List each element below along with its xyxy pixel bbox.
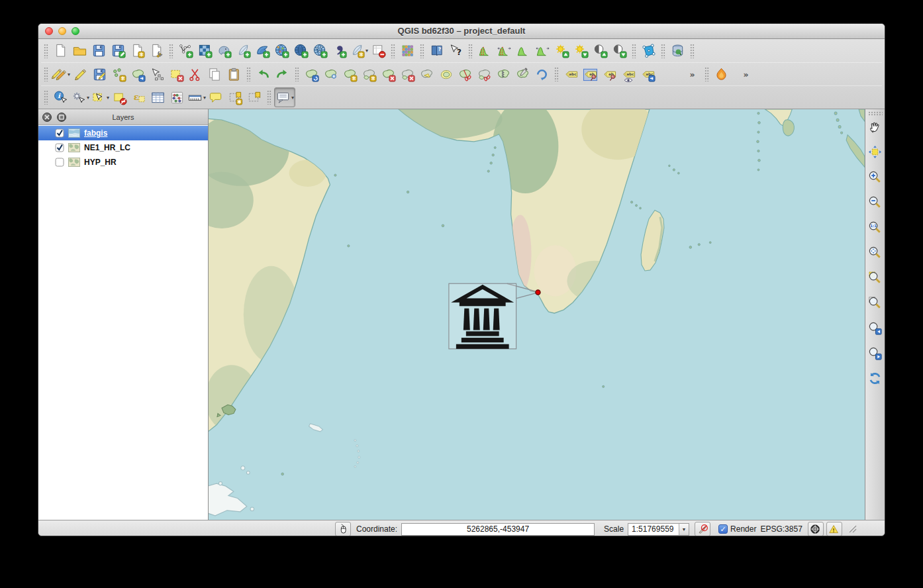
resize-grip[interactable] — [848, 524, 857, 535]
add-ring-button[interactable] — [340, 64, 360, 84]
map-tips-button[interactable] — [207, 87, 226, 107]
open-attribute-table-button[interactable] — [148, 87, 168, 107]
map-canvas[interactable] — [209, 109, 865, 520]
layer-item-hyp_hr[interactable]: HYP_HR — [38, 155, 208, 170]
reshape-features-button[interactable] — [417, 64, 436, 84]
scale-combobox[interactable]: 1:51769559 ▼ — [628, 523, 689, 536]
zoom-full-button[interactable] — [866, 244, 885, 263]
pin-unpin-labels-button[interactable]: ab — [581, 64, 600, 84]
split-parts-button[interactable] — [475, 64, 494, 84]
remove-layer-button[interactable] — [369, 41, 388, 61]
field-calculator-button[interactable] — [168, 87, 187, 107]
close-panel-icon[interactable] — [42, 113, 52, 122]
coordinate-input[interactable] — [401, 523, 595, 536]
toolbar-handle[interactable] — [420, 44, 424, 58]
add-delimited-text-layer-button[interactable] — [330, 41, 349, 61]
add-spatialite-layer-button[interactable] — [234, 41, 253, 61]
toolbar-overflow-2-button[interactable]: » — [736, 64, 755, 84]
manage-plugins-button[interactable] — [398, 41, 417, 61]
decrease-brightness-button[interactable] — [571, 41, 591, 61]
rotate-feature-button[interactable] — [302, 64, 321, 84]
increase-brightness-button[interactable] — [552, 41, 571, 61]
composer-manager-button[interactable] — [147, 41, 166, 61]
zoom-in-button[interactable] — [866, 169, 885, 187]
undo-button[interactable] — [254, 64, 273, 84]
delete-part-button[interactable] — [398, 64, 417, 84]
toolbar-overflow-button[interactable]: » — [683, 64, 702, 84]
mouse-coordinate-icon[interactable] — [335, 522, 351, 536]
local-cumulative-stretch-button[interactable] — [514, 41, 533, 61]
move-feature-button[interactable] — [128, 64, 148, 84]
new-print-composer-button[interactable] — [128, 41, 147, 61]
toolbar-handle[interactable] — [44, 44, 48, 58]
toolbar-handle[interactable] — [632, 44, 636, 58]
add-wcs-layer-button[interactable] — [291, 41, 311, 61]
add-wfs-layer-button[interactable] — [311, 41, 330, 61]
toggle-editing-button[interactable] — [71, 64, 90, 84]
toolbar-handle[interactable] — [554, 67, 559, 81]
toolbar-handle[interactable] — [267, 90, 271, 105]
delete-ring-button[interactable] — [379, 64, 398, 84]
measure-button[interactable]: ▾ — [187, 87, 207, 107]
toolbar-handle[interactable] — [246, 67, 251, 81]
float-panel-icon[interactable] — [57, 113, 66, 122]
flame-plugin-button[interactable] — [712, 64, 731, 84]
cut-features-button[interactable] — [186, 64, 205, 84]
db-manager-button[interactable] — [668, 41, 687, 61]
toolbar-handle[interactable] — [868, 111, 883, 116]
highlight-pinned-labels-button[interactable]: ab — [600, 64, 619, 84]
select-by-expression-button[interactable]: ε — [129, 87, 148, 107]
toolbar-handle[interactable] — [468, 44, 473, 58]
pan-map-button[interactable] — [866, 119, 885, 137]
toolbar-handle[interactable] — [661, 44, 665, 58]
toolbar-handle[interactable] — [690, 44, 695, 58]
simplify-feature-button[interactable] — [321, 64, 340, 84]
save-edits-button[interactable] — [90, 64, 109, 84]
message-log-icon[interactable] — [826, 522, 842, 536]
layer-item-ne1_hr_lc[interactable]: NE1_HR_LC — [38, 140, 208, 155]
toolbar-handle[interactable] — [44, 67, 48, 81]
show-bookmarks-button[interactable] — [245, 87, 264, 107]
local-histogram-stretch-button[interactable] — [475, 41, 495, 61]
full-cumulative-stretch-button[interactable] — [533, 41, 552, 61]
new-bookmark-button[interactable] — [226, 87, 245, 107]
add-mssql-layer-button[interactable] — [253, 41, 272, 61]
paste-features-button[interactable] — [224, 64, 244, 84]
zoom-to-layer-button[interactable] — [866, 295, 885, 313]
titlebar[interactable]: QGIS bd62f30 – project_default — [38, 24, 885, 39]
help-contents-button[interactable]: ? — [427, 41, 446, 61]
add-postgis-layer-button[interactable] — [215, 41, 234, 61]
deselect-all-button[interactable] — [110, 87, 129, 107]
open-project-button[interactable] — [70, 41, 89, 61]
zoom-last-button[interactable] — [866, 320, 885, 338]
rotate-point-symbols-button[interactable] — [532, 64, 552, 84]
increase-contrast-button[interactable] — [591, 41, 610, 61]
identify-features-button[interactable]: i — [51, 87, 70, 107]
layer-visibility-checkbox[interactable] — [55, 143, 64, 152]
merge-features-button[interactable] — [494, 64, 513, 84]
whats-this-button[interactable]: ? — [446, 41, 465, 61]
layer-visibility-checkbox[interactable] — [55, 158, 64, 167]
zoom-actual-button[interactable]: 1:1 — [866, 219, 885, 238]
split-features-button[interactable] — [456, 64, 475, 84]
full-histogram-stretch-button[interactable] — [495, 41, 514, 61]
layer-visibility-checkbox[interactable] — [55, 128, 64, 138]
text-annotation-button[interactable]: ▾ — [274, 87, 295, 107]
show-hide-labels-button[interactable]: abc — [619, 64, 638, 84]
render-checkbox[interactable]: ✓ — [718, 524, 728, 534]
feature-action-button[interactable]: ▾ — [70, 87, 90, 107]
zoom-out-button[interactable] — [866, 194, 885, 213]
crs-status-icon[interactable] — [808, 522, 824, 536]
copy-features-button[interactable] — [205, 64, 224, 84]
pan-to-selection-button[interactable] — [866, 144, 885, 162]
add-wms-layer-button[interactable] — [272, 41, 291, 61]
delete-selected-button[interactable] — [167, 64, 186, 84]
labeling-options-button[interactable]: abc — [561, 64, 581, 84]
add-part-button[interactable] — [360, 64, 379, 84]
offset-curve-button[interactable] — [436, 64, 456, 84]
zoom-to-selection-button[interactable] — [866, 270, 885, 288]
zoom-next-button[interactable] — [866, 345, 885, 364]
select-features-button[interactable]: ▾ — [90, 87, 110, 107]
current-edits-button[interactable]: ▾ — [51, 64, 71, 84]
refresh-map-button[interactable] — [866, 370, 885, 389]
